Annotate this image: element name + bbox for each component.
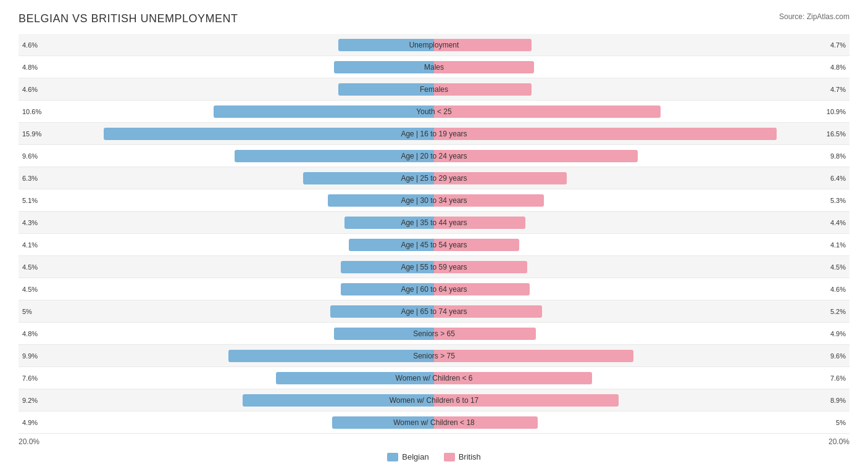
bar-right-half: 4.1% [434,234,849,255]
bar-left-half: 9.6% [19,145,434,167]
bar-right-half: 4.7% [434,34,849,56]
british-value: 4.6% [830,286,846,293]
chart-source: Source: ZipAtlas.com [779,12,849,21]
british-value: 6.4% [830,175,846,182]
legend-item-british: British [444,452,481,461]
bar-row: 4.8%4.9%Seniors > 65 [19,323,849,345]
bar-left-half: 4.5% [19,278,434,300]
british-value: 5.3% [830,197,846,204]
bar-right-half: 4.4% [434,212,849,233]
bar-row: 7.6%7.6%Women w/ Children < 6 [19,367,849,389]
bar-row: 9.2%8.9%Women w/ Children 6 to 17 [19,389,849,411]
bar-left-half: 4.1% [19,234,434,255]
bar-left-half: 6.3% [19,167,434,189]
legend-color-belgian [387,453,398,461]
belgian-value: 4.1% [22,241,38,249]
belgian-bar [338,83,434,96]
bar-row: 4.5%4.6%Age | 60 to 64 years [19,278,849,300]
bar-right-half: 4.9% [434,323,849,344]
bar-row: 4.3%4.4%Age | 35 to 44 years [19,212,849,234]
belgian-value: 4.3% [22,219,38,226]
bar-left-half: 4.9% [19,411,434,433]
bar-row: 4.6%4.7%Unemployment [19,34,849,56]
belgian-value: 4.8% [22,330,38,337]
belgian-bar [228,350,434,362]
bar-row: 4.6%4.7%Females [19,78,849,101]
bar-row: 4.9%5%Women w/ Children < 18 [19,411,849,434]
belgian-bar [344,217,434,229]
bar-left-half: 10.6% [19,101,434,122]
chart-container: BELGIAN VS BRITISH UNEMPLOYMENT Source: … [0,0,868,467]
belgian-value: 6.3% [22,175,38,182]
british-bar [434,172,567,184]
bar-right-half: 6.4% [434,167,849,189]
bar-right-half: 10.9% [434,101,849,122]
british-bar [434,105,661,118]
bar-left-half: 9.2% [19,389,434,411]
axis-left: 20.0% [19,437,434,446]
chart-title: BELGIAN VS BRITISH UNEMPLOYMENT [19,12,238,25]
bar-left-half: 4.6% [19,78,434,100]
belgian-value: 5% [22,308,32,315]
british-bar [434,239,519,251]
bar-left-half: 4.5% [19,256,434,278]
belgian-bar [349,239,434,251]
belgian-value: 10.6% [22,108,41,115]
british-bar [434,372,592,384]
bar-row: 4.8%4.8%Males [19,56,849,78]
british-bar [434,150,638,162]
british-value: 9.6% [830,352,846,360]
british-bar [434,350,633,362]
british-bar [434,261,527,273]
bar-left-half: 15.9% [19,123,434,144]
british-value: 5% [836,419,846,426]
bar-left-half: 5.1% [19,189,434,211]
bar-right-half: 4.6% [434,278,849,300]
bar-left-half: 9.9% [19,345,434,366]
legend-label-belgian: Belgian [402,452,428,461]
bar-left-half: 4.3% [19,212,434,233]
belgian-bar [332,416,434,429]
belgian-value: 4.5% [22,263,38,271]
legend-item-belgian: Belgian [387,452,428,461]
belgian-bar [276,372,434,384]
bar-row: 10.6%10.9%Youth < 25 [19,101,849,123]
british-bar [434,39,532,51]
british-value: 7.6% [830,374,846,382]
legend-label-british: British [459,452,481,461]
british-bar [434,61,534,73]
bar-row: 9.9%9.6%Seniors > 75 [19,345,849,367]
belgian-bar [330,305,434,318]
belgian-bar [235,150,434,162]
british-bar [434,416,538,429]
belgian-bar [303,172,434,184]
belgian-bar [214,105,434,118]
belgian-value: 9.6% [22,152,38,160]
bar-row: 5.1%5.3%Age | 30 to 34 years [19,189,849,212]
belgian-value: 4.8% [22,64,38,71]
british-value: 10.9% [827,108,846,115]
bar-right-half: 4.8% [434,56,849,78]
british-value: 4.7% [830,41,846,49]
british-value: 4.7% [830,86,846,93]
belgian-bar [341,261,434,273]
bar-right-half: 7.6% [434,367,849,389]
belgian-value: 4.5% [22,286,38,293]
belgian-bar [328,194,434,207]
british-value: 4.8% [830,64,846,71]
british-bar [434,305,542,318]
belgian-value: 4.6% [22,41,38,49]
british-value: 16.5% [827,130,846,138]
belgian-value: 9.9% [22,352,38,360]
bar-right-half: 5.3% [434,189,849,211]
bar-row: 5%5.2%Age | 65 to 74 years [19,300,849,323]
bar-right-half: 4.5% [434,256,849,278]
bar-right-half: 16.5% [434,123,849,144]
bar-right-half: 5% [434,411,849,433]
belgian-value: 15.9% [22,130,41,138]
british-value: 4.4% [830,219,846,226]
bar-row: 4.5%4.5%Age | 55 to 59 years [19,256,849,278]
bar-right-half: 4.7% [434,78,849,100]
belgian-value: 4.6% [22,86,38,93]
bar-left-half: 4.6% [19,34,434,56]
